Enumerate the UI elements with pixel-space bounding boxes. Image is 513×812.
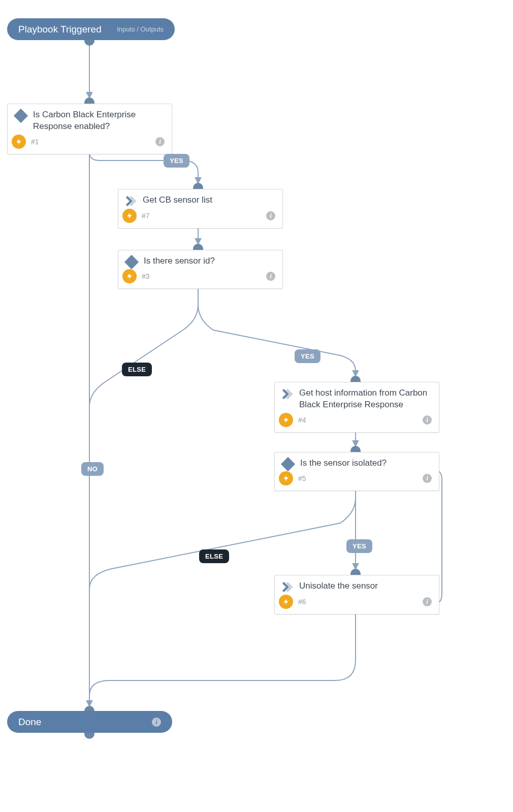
info-icon[interactable]: i [423, 474, 432, 483]
bolt-icon [122, 269, 137, 283]
diamond-icon [124, 255, 139, 269]
port-in [350, 376, 361, 382]
task-node-4[interactable]: Get host information from Carbon Black E… [274, 382, 439, 433]
branch-label-yes: YES [295, 349, 320, 363]
task-number: #4 [298, 416, 306, 424]
task-number: #5 [298, 474, 306, 482]
bolt-icon [12, 135, 26, 149]
branch-label-yes: YES [346, 539, 372, 553]
info-icon[interactable]: i [152, 718, 161, 727]
task-number: #3 [142, 272, 150, 280]
end-label: Done [18, 717, 41, 727]
branch-label-yes: YES [164, 154, 189, 168]
task-node-5[interactable]: Is the sensor isolated? #5 i [274, 452, 439, 491]
task-number: #6 [298, 598, 306, 606]
task-title: Get CB sensor list [143, 194, 275, 206]
info-icon[interactable]: i [266, 211, 275, 220]
task-title: Unisolate the sensor [299, 580, 432, 592]
start-label: Playbook Triggered [18, 24, 102, 34]
port-in [84, 98, 94, 104]
chevron-icon [282, 388, 293, 400]
task-title: Is the sensor isolated? [300, 458, 432, 469]
end-node[interactable]: Done i [7, 711, 172, 733]
port-in [193, 244, 203, 250]
task-number: #1 [31, 138, 39, 146]
port-in [350, 446, 361, 452]
start-sublabel: Inputs / Outputs [117, 26, 164, 33]
task-node-3[interactable]: Is there sensor id? #3 i [118, 250, 283, 289]
chevron-icon [282, 581, 293, 593]
branch-label-no: NO [81, 462, 104, 476]
info-icon[interactable]: i [266, 272, 275, 281]
task-title: Is there sensor id? [144, 255, 275, 267]
port-out [84, 733, 94, 739]
diamond-icon [281, 457, 295, 471]
branch-label-else: ELSE [122, 363, 152, 376]
bolt-icon [279, 471, 293, 485]
bolt-icon [279, 413, 293, 427]
task-number: #7 [142, 212, 150, 220]
bolt-icon [122, 209, 137, 223]
port-in [350, 569, 361, 575]
task-title: Is Carbon Black Enterprise Response enab… [33, 109, 165, 133]
diamond-icon [14, 109, 28, 123]
branch-label-else: ELSE [199, 549, 229, 563]
bolt-icon [279, 595, 293, 609]
task-node-1[interactable]: Is Carbon Black Enterprise Response enab… [7, 104, 172, 154]
task-node-6[interactable]: Unisolate the sensor #6 i [274, 575, 439, 614]
chevron-icon [125, 196, 137, 207]
task-node-7[interactable]: Get CB sensor list #7 i [118, 189, 283, 229]
info-icon[interactable]: i [423, 415, 432, 425]
info-icon[interactable]: i [155, 137, 165, 146]
port-out [84, 40, 94, 46]
port-in [193, 183, 203, 189]
start-node[interactable]: Playbook Triggered Inputs / Outputs [7, 18, 175, 40]
info-icon[interactable]: i [423, 597, 432, 606]
task-title: Get host information from Carbon Black E… [299, 387, 432, 411]
